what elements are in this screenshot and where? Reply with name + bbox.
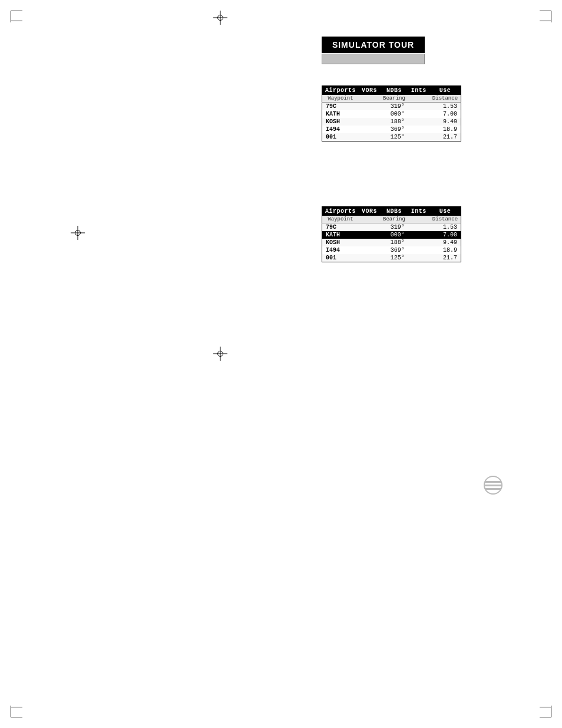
cell-airport: 79C <box>322 103 359 111</box>
col-ndbs: NDBs <box>380 86 408 95</box>
cell-distance: 7.00 <box>429 231 461 239</box>
nav-table-2-subheader: Waypoint Bearing Distance <box>322 216 461 223</box>
col-use: Use <box>429 86 461 95</box>
table-row: KOSH 188° 9.49 <box>322 118 461 126</box>
simulator-tour-bar <box>322 54 425 64</box>
table-row[interactable]: KATH 000° 7.00 <box>322 231 461 239</box>
cell-distance: 9.49 <box>429 239 461 246</box>
col-airports: Airports <box>322 86 359 95</box>
crosshair-top-center <box>213 11 227 25</box>
table-row: 79C 319° 1.53 <box>322 103 461 111</box>
table-row[interactable]: KOSH 188° 9.49 <box>322 239 461 246</box>
subheader-empty1 <box>359 95 380 103</box>
nav-table-1: Airports VORs NDBs Ints Use Waypoint Bea… <box>322 85 461 141</box>
cell-distance: 21.7 <box>429 133 461 141</box>
line-tr <box>540 21 551 21</box>
col-vors: VORs <box>359 86 380 95</box>
cell-airport: I494 <box>322 246 359 254</box>
nav-table-2-table: Airports VORs NDBs Ints Use Waypoint Bea… <box>322 206 461 262</box>
line-bl <box>11 707 22 707</box>
table-row: KATH 000° 7.00 <box>322 110 461 118</box>
subheader-empty1-2 <box>359 216 380 223</box>
decorative-icon <box>482 475 506 498</box>
table-row[interactable]: 001 125° 21.7 <box>322 254 461 262</box>
corner-mark-bl <box>11 706 22 717</box>
nav-table-2: Airports VORs NDBs Ints Use Waypoint Bea… <box>322 206 461 262</box>
crosshair-circle <box>217 351 223 357</box>
stack-line-2 <box>485 485 501 486</box>
cell-distance: 1.53 <box>429 103 461 111</box>
line-tl <box>11 21 22 21</box>
table-row: I494 369° 18.9 <box>322 126 461 133</box>
cell-bearing: 000° <box>380 231 408 239</box>
cell-bearing: 188° <box>380 118 408 126</box>
table-row[interactable]: I494 369° 18.9 <box>322 246 461 254</box>
cell-bearing: 125° <box>380 254 408 262</box>
cell-bearing: 369° <box>380 246 408 254</box>
crosshair-circle <box>217 15 223 21</box>
nav-table-1-subheader: Waypoint Bearing Distance <box>322 95 461 103</box>
subheader-waypoint-2: Waypoint <box>322 216 359 223</box>
subheader-empty2 <box>408 95 429 103</box>
table-row[interactable]: 79C 319° 1.53 <box>322 223 461 232</box>
cell-airport: I494 <box>322 126 359 133</box>
stack-line-1 <box>485 481 501 483</box>
cell-bearing: 319° <box>380 223 408 232</box>
line-br <box>540 707 551 707</box>
cell-distance: 9.49 <box>429 118 461 126</box>
cell-airport: KOSH <box>322 239 359 246</box>
cell-bearing: 369° <box>380 126 408 133</box>
simulator-tour-title: SIMULATOR TOUR <box>322 37 425 53</box>
col-vors-2: VORs <box>359 207 380 216</box>
crosshair-mid-left <box>71 226 85 240</box>
cell-distance: 18.9 <box>429 246 461 254</box>
col-use-2: Use <box>429 207 461 216</box>
subheader-bearing: Bearing <box>380 95 408 103</box>
crosshair-circle <box>75 230 81 236</box>
cell-bearing: 188° <box>380 239 408 246</box>
subheader-bearing-2: Bearing <box>380 216 408 223</box>
cell-distance: 21.7 <box>429 254 461 262</box>
cell-airport: KATH <box>322 110 359 118</box>
cell-distance: 18.9 <box>429 126 461 133</box>
subheader-distance: Distance <box>429 95 461 103</box>
cell-distance: 1.53 <box>429 223 461 232</box>
nav-table-1-header: Airports VORs NDBs Ints Use <box>322 86 461 95</box>
subheader-empty2-2 <box>408 216 429 223</box>
col-ints-2: Ints <box>408 207 429 216</box>
cell-airport: KATH <box>322 231 359 239</box>
cell-bearing: 319° <box>380 103 408 111</box>
cell-airport: 79C <box>322 223 359 232</box>
corner-mark-br <box>540 706 551 717</box>
nav-table-2-header: Airports VORs NDBs Ints Use <box>322 207 461 216</box>
cell-airport: 001 <box>322 133 359 141</box>
col-airports-2: Airports <box>322 207 359 216</box>
simulator-tour-section: SIMULATOR TOUR <box>322 37 425 64</box>
cell-airport: KOSH <box>322 118 359 126</box>
subheader-waypoint: Waypoint <box>322 95 359 103</box>
nav-table-2-body: 79C 319° 1.53 KATH 000° 7.00 KOSH 188° 9… <box>322 223 461 262</box>
stack-icon <box>482 475 504 496</box>
cell-airport: 001 <box>322 254 359 262</box>
col-ndbs-2: NDBs <box>380 207 408 216</box>
cell-bearing: 125° <box>380 133 408 141</box>
cell-bearing: 000° <box>380 110 408 118</box>
cell-distance: 7.00 <box>429 110 461 118</box>
stack-icon-circle <box>484 476 503 495</box>
table-row: 001 125° 21.7 <box>322 133 461 141</box>
nav-table-1-table: Airports VORs NDBs Ints Use Waypoint Bea… <box>322 85 461 141</box>
nav-table-1-body: 79C 319° 1.53 KATH 000° 7.00 KOSH 188° 9… <box>322 103 461 141</box>
subheader-distance-2: Distance <box>429 216 461 223</box>
stack-line-3 <box>485 488 501 490</box>
col-ints: Ints <box>408 86 429 95</box>
crosshair-bottom-center <box>213 347 227 361</box>
